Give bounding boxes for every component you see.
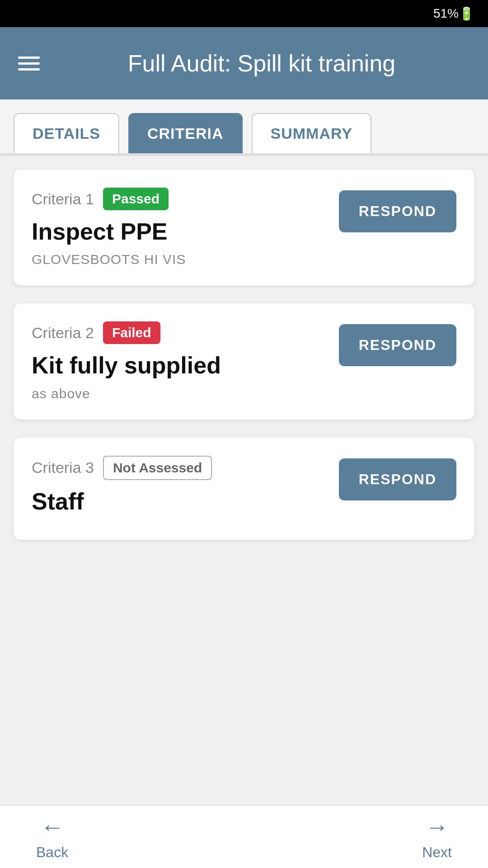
back-label: Back bbox=[36, 844, 68, 861]
criteria-3-status: Not Assessed bbox=[103, 456, 212, 480]
app-header: Full Audit: Spill kit training bbox=[0, 27, 488, 99]
criteria-2-respond-button[interactable]: RESPOND bbox=[339, 324, 456, 366]
next-button[interactable]: → Next bbox=[422, 813, 452, 861]
criteria-2-title: Kit fully supplied bbox=[32, 351, 330, 379]
battery-icon: 🔋 bbox=[459, 6, 474, 21]
page-title: Full Audit: Spill kit training bbox=[53, 50, 470, 77]
menu-button[interactable] bbox=[18, 57, 40, 71]
criteria-3-number: Criteria 3 bbox=[32, 459, 94, 476]
next-icon: → bbox=[425, 813, 449, 840]
tab-criteria[interactable]: CRITERIA bbox=[128, 113, 243, 153]
next-label: Next bbox=[422, 844, 452, 861]
criteria-3-left: Criteria 3 Not Assessed Staff bbox=[32, 456, 330, 522]
criteria-1-number: Criteria 1 bbox=[32, 190, 94, 208]
criteria-card-1: Criteria 1 Passed Inspect PPE GLOVESBOOT… bbox=[14, 170, 474, 285]
criteria-2-status: Failed bbox=[103, 321, 160, 344]
criteria-1-header: Criteria 1 Passed bbox=[32, 188, 330, 210]
criteria-1-left: Criteria 1 Passed Inspect PPE GLOVESBOOT… bbox=[32, 188, 330, 267]
back-button[interactable]: ← Back bbox=[36, 813, 68, 861]
criteria-2-number: Criteria 2 bbox=[32, 324, 94, 342]
criteria-1-status: Passed bbox=[103, 188, 169, 210]
tab-summary[interactable]: SUMMARY bbox=[252, 113, 371, 153]
criteria-1-respond-button[interactable]: RESPOND bbox=[339, 190, 456, 232]
main-content: Criteria 1 Passed Inspect PPE GLOVESBOOT… bbox=[0, 156, 488, 868]
criteria-1-title: Inspect PPE bbox=[32, 217, 330, 245]
status-bar: 51% 🔋 bbox=[0, 0, 488, 27]
back-icon: ← bbox=[41, 813, 64, 840]
criteria-3-header: Criteria 3 Not Assessed bbox=[32, 456, 330, 480]
criteria-card-3: Criteria 3 Not Assessed Staff RESPOND bbox=[14, 438, 474, 540]
bottom-nav: ← Back → Next bbox=[0, 805, 488, 868]
battery-level: 51% bbox=[433, 6, 459, 21]
criteria-2-header: Criteria 2 Failed bbox=[32, 321, 330, 344]
criteria-3-respond-button[interactable]: RESPOND bbox=[339, 458, 456, 500]
tab-details[interactable]: DETAILS bbox=[14, 113, 119, 153]
criteria-card-2: Criteria 2 Failed Kit fully supplied as … bbox=[14, 303, 474, 419]
criteria-3-title: Staff bbox=[32, 487, 330, 515]
criteria-1-subtitle: GLOVESBOOTS HI VIS bbox=[32, 252, 330, 267]
criteria-2-subtitle: as above bbox=[32, 386, 330, 401]
tabs-container: DETAILS CRITERIA SUMMARY bbox=[0, 99, 488, 154]
criteria-2-left: Criteria 2 Failed Kit fully supplied as … bbox=[32, 321, 330, 401]
